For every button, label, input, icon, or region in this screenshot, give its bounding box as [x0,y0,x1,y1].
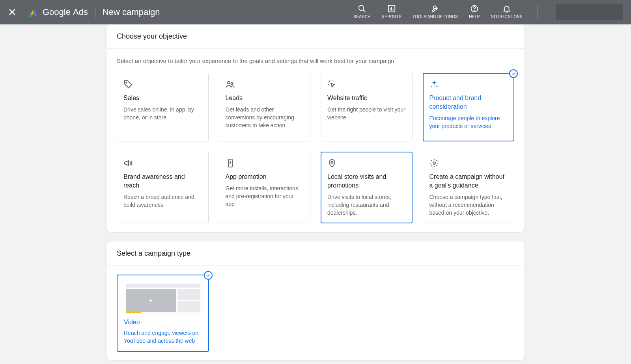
objective-heading: Choose your objective [107,24,524,49]
card-desc: Reach a broad audience and build awarene… [123,193,202,209]
card-desc: Choose a campaign type first, without a … [429,193,508,217]
card-title: Product and brand consideration [429,94,508,111]
svg-point-10 [228,82,230,84]
objective-card-app[interactable]: App promotion Get more installs, interac… [219,152,311,223]
close-icon[interactable]: ✕ [8,6,17,19]
objective-card-traffic[interactable]: Website traffic Get the right people to … [321,73,413,141]
svg-point-9 [126,82,127,83]
check-icon [509,69,518,78]
objective-card-leads[interactable]: Leads Get leads and other conversions by… [219,73,311,141]
objective-subtext: Select an objective to tailor your exper… [117,58,514,64]
card-title: Local store visits and promotions [327,173,406,190]
card-desc: Get more installs, interactions and pre-… [226,184,304,208]
objective-card-local[interactable]: Local store visits and promotions Drive … [321,152,413,223]
brand-logo[interactable]: Google Ads [28,7,88,17]
wrench-icon [431,4,440,13]
card-desc: Get the right people to visit your websi… [327,106,406,121]
google-ads-logo-icon [28,7,39,17]
search-icon [358,4,366,13]
card-desc: Encourage people to explore your product… [429,114,508,130]
check-icon [204,271,213,280]
nav-help[interactable]: HELP [469,4,480,19]
header-nav: SEARCH REPORTS TOOLS AND SETTINGS HELP N… [353,4,623,20]
card-desc: Drive visits to local stores, including … [327,193,406,217]
campaign-type-panel: Select a campaign type Video Reach and [107,241,524,360]
svg-line-2 [363,10,366,12]
campaign-type-heading: Select a campaign type [107,241,524,266]
click-icon [327,80,337,89]
tag-icon [123,80,133,89]
card-desc: Get leads and other conversions by encou… [226,106,304,129]
nav-tools[interactable]: TOOLS AND SETTINGS [413,4,458,19]
sparkle-icon [429,80,439,89]
card-title: Website traffic [327,94,406,102]
nav-notifications[interactable]: NOTIFICATIONS [491,4,523,19]
reports-icon [387,4,396,13]
people-icon [226,80,235,89]
svg-point-11 [231,83,233,85]
objective-card-awareness[interactable]: Brand awareness and reach Reach a broad … [117,152,209,223]
nav-search[interactable]: SEARCH [353,4,370,19]
card-title: Create a campaign without a goal's guida… [429,173,508,190]
brand-text: Google Ads [43,7,88,17]
objective-card-consideration[interactable]: Product and brand consideration Encourag… [423,73,515,141]
page-title: New campaign [103,7,160,17]
objective-card-sales[interactable]: Sales Drive sales online, in app, by pho… [117,73,209,141]
svg-point-14 [433,162,435,164]
help-icon [470,4,479,13]
phone-download-icon [226,158,235,168]
svg-point-0 [29,14,32,17]
gear-icon [429,158,439,168]
objective-grid: Sales Drive sales online, in app, by pho… [117,73,514,223]
card-title: Video [124,319,202,326]
svg-point-1 [359,6,364,11]
megaphone-icon [123,158,133,168]
objective-card-nogoal[interactable]: Create a campaign without a goal's guida… [423,152,515,223]
campaign-type-card-video[interactable]: Video Reach and engage viewers on YouTub… [117,275,209,352]
objective-panel: Choose your objective Select an objectiv… [107,24,524,232]
nav-reports[interactable]: REPORTS [382,4,401,19]
card-title: Leads [226,94,304,102]
divider [95,7,95,18]
pin-icon [327,158,337,168]
card-title: Brand awareness and reach [123,173,202,190]
svg-point-8 [474,10,474,11]
card-desc: Drive sales online, in app, by phone, or… [123,106,202,121]
svg-point-13 [331,162,333,163]
card-title: Sales [123,94,202,102]
card-desc: Reach and engage viewers on YouTube and … [124,329,202,345]
divider [538,4,538,19]
account-selector[interactable] [556,4,623,20]
card-title: App promotion [226,173,304,181]
bell-icon [502,4,511,13]
video-thumb-illustration [124,282,202,314]
app-header: ✕ Google Ads New campaign SEARCH REPORTS [0,0,631,24]
